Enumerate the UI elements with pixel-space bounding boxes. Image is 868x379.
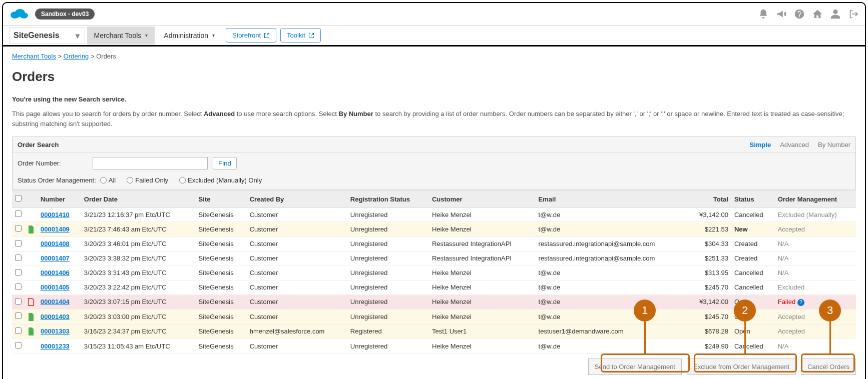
row-checkbox[interactable] bbox=[15, 254, 22, 261]
col-email[interactable]: Email bbox=[536, 191, 688, 208]
find-button[interactable]: Find bbox=[213, 157, 237, 170]
cell-customer: Heike Menzel bbox=[429, 208, 536, 222]
table-row: 000014033/20/23 3:03:00 pm Etc/UTCSiteGe… bbox=[12, 310, 856, 324]
cell-date: 3/16/23 2:34:37 pm Etc/UTC bbox=[81, 324, 196, 339]
megaphone-icon[interactable] bbox=[776, 8, 787, 20]
cell-customer: Heike Menzel bbox=[429, 310, 536, 324]
row-checkbox[interactable] bbox=[15, 225, 22, 232]
order-number-input[interactable] bbox=[93, 157, 208, 170]
cell-status: Open bbox=[731, 294, 775, 310]
storefront-button[interactable]: Storefront bbox=[226, 28, 276, 42]
radio-excluded[interactable]: Excluded (Manually) Only bbox=[179, 176, 262, 184]
send-to-om-button[interactable]: Send to Order Management bbox=[588, 358, 682, 375]
tab-by-number[interactable]: By Number bbox=[818, 141, 850, 148]
cell-reg-status: Unregistered bbox=[347, 310, 429, 324]
cell-site: SiteGenesis bbox=[196, 310, 247, 324]
help-icon[interactable] bbox=[794, 8, 805, 20]
cell-customer: Restassured IntegrationAPI bbox=[429, 236, 536, 251]
table-row: 000014093/21/23 7:46:43 am Etc/UTCSiteGe… bbox=[12, 222, 856, 237]
cell-email: t@w.de bbox=[536, 222, 688, 237]
order-number-link[interactable]: 00001406 bbox=[41, 269, 70, 276]
order-number-link[interactable]: 00001403 bbox=[41, 313, 70, 320]
row-checkbox[interactable] bbox=[15, 312, 22, 319]
table-row: 000014053/20/23 3:22:42 pm Etc/UTCSiteGe… bbox=[12, 280, 856, 294]
breadcrumb-merchant-tools[interactable]: Merchant Tools bbox=[12, 52, 56, 60]
document-accepted-icon bbox=[28, 313, 35, 321]
cell-date: 3/21/23 12:16:37 pm Etc/UTC bbox=[81, 208, 196, 222]
cell-customer: Heike Menzel bbox=[429, 266, 536, 280]
cell-reg-status: Unregistered bbox=[347, 208, 429, 222]
cell-status: Cancelled bbox=[731, 339, 775, 354]
table-row: 000014043/20/23 3:07:15 pm Etc/UTCSiteGe… bbox=[12, 294, 856, 310]
order-number-link[interactable]: 00001405 bbox=[41, 284, 70, 291]
info-description: This page allows you to search for order… bbox=[12, 109, 856, 128]
order-number-link[interactable]: 00001408 bbox=[41, 240, 70, 248]
col-order-mgmt[interactable]: Order Management bbox=[775, 191, 856, 208]
cell-total: ¥3,142.00 bbox=[688, 294, 731, 310]
cell-order-mgmt: N/A bbox=[775, 251, 856, 266]
row-checkbox[interactable] bbox=[15, 210, 22, 217]
tab-simple[interactable]: Simple bbox=[750, 141, 771, 148]
help-icon[interactable]: ? bbox=[797, 299, 804, 306]
row-checkbox[interactable] bbox=[15, 342, 22, 348]
toolkit-button[interactable]: Toolkit bbox=[280, 28, 321, 42]
cell-site: SiteGenesis bbox=[196, 339, 247, 354]
user-icon[interactable] bbox=[830, 8, 841, 20]
col-number[interactable]: Number bbox=[38, 191, 81, 208]
order-number-link[interactable]: 00001410 bbox=[41, 211, 70, 218]
salesforce-logo-icon bbox=[9, 7, 29, 21]
col-total[interactable]: Total bbox=[688, 191, 731, 208]
cell-site: SiteGenesis bbox=[196, 324, 247, 339]
nav-administration[interactable]: Administration▾ bbox=[157, 26, 222, 44]
radio-failed[interactable]: Failed Only bbox=[127, 176, 168, 184]
order-number-link[interactable]: 00001409 bbox=[41, 226, 70, 233]
col-status[interactable]: Status bbox=[731, 191, 775, 208]
cell-reg-status: Unregistered bbox=[347, 266, 429, 280]
radio-all[interactable]: All bbox=[100, 176, 116, 184]
site-selector[interactable]: SiteGenesis bbox=[9, 28, 85, 44]
exclude-from-om-button[interactable]: Exclude from Order Management bbox=[687, 358, 796, 375]
cell-site: SiteGenesis bbox=[196, 236, 247, 251]
row-checkbox[interactable] bbox=[15, 240, 22, 246]
cell-date: 3/21/23 7:46:43 am Etc/UTC bbox=[81, 222, 196, 237]
col-site[interactable]: Site bbox=[196, 191, 247, 208]
table-row: 000014083/20/23 3:46:01 pm Etc/UTCSiteGe… bbox=[12, 236, 856, 251]
cell-customer: Test1 User1 bbox=[429, 324, 536, 339]
cell-date: 3/15/23 11:05:43 am Etc/UTC bbox=[81, 339, 196, 354]
row-checkbox[interactable] bbox=[15, 284, 22, 290]
col-reg-status[interactable]: Registration Status bbox=[347, 191, 429, 208]
cell-created-by: Customer bbox=[247, 266, 347, 280]
cell-total: $313.95 bbox=[688, 266, 731, 280]
tab-advanced[interactable]: Advanced bbox=[780, 141, 809, 148]
order-number-link[interactable]: 00001303 bbox=[41, 328, 70, 335]
row-checkbox[interactable] bbox=[15, 298, 22, 304]
cell-created-by: hmenzel@salesforce.com bbox=[247, 324, 347, 339]
cell-reg-status: Unregistered bbox=[347, 236, 429, 251]
cell-order-mgmt: N/A bbox=[775, 339, 856, 354]
order-number-link[interactable]: 00001407 bbox=[41, 254, 70, 262]
row-checkbox[interactable] bbox=[15, 328, 22, 334]
col-created-by[interactable]: Created By bbox=[247, 191, 347, 208]
cell-customer: Heike Menzel bbox=[429, 280, 536, 294]
cancel-orders-button[interactable]: Cancel Orders bbox=[801, 358, 856, 375]
col-customer[interactable]: Customer bbox=[429, 191, 536, 208]
cell-status: New bbox=[731, 222, 775, 237]
home-icon[interactable] bbox=[812, 8, 823, 20]
cell-total: $221.53 bbox=[688, 222, 731, 237]
cell-reg-status: Unregistered bbox=[347, 339, 429, 354]
nav-merchant-tools[interactable]: Merchant Tools▾ bbox=[87, 26, 155, 44]
order-number-link[interactable]: 00001233 bbox=[41, 342, 70, 350]
chevron-down-icon: ▾ bbox=[212, 32, 215, 38]
order-number-link[interactable]: 00001404 bbox=[41, 298, 70, 306]
cell-order-mgmt: Excluded bbox=[775, 280, 856, 294]
breadcrumb: Merchant Tools > Ordering > Orders bbox=[12, 52, 856, 60]
bell-icon[interactable] bbox=[758, 8, 769, 20]
logout-icon[interactable] bbox=[848, 8, 859, 20]
select-all-checkbox[interactable] bbox=[15, 195, 22, 202]
cell-created-by: Customer bbox=[247, 294, 347, 310]
breadcrumb-ordering[interactable]: Ordering bbox=[64, 52, 89, 60]
sandbox-badge: Sandbox - dev03 bbox=[35, 8, 95, 20]
col-order-date[interactable]: Order Date bbox=[81, 191, 196, 208]
row-checkbox[interactable] bbox=[15, 269, 22, 276]
cell-total: $304.33 bbox=[688, 236, 731, 251]
